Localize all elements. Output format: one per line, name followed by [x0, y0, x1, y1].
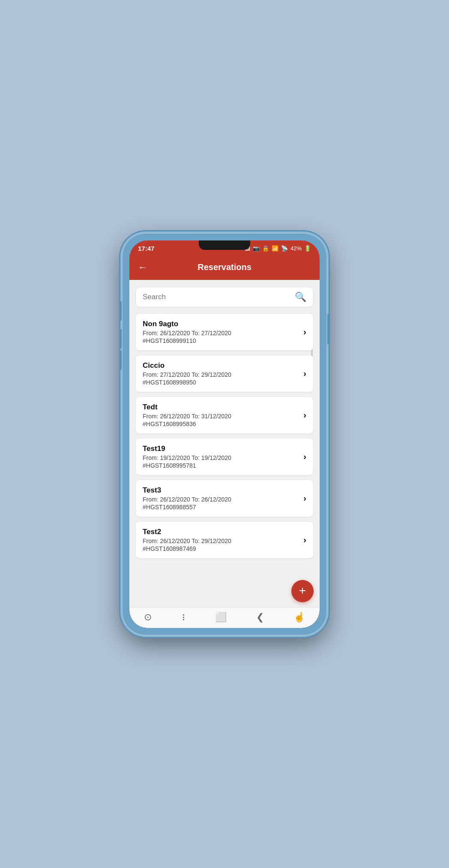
status-time: 17:47 [138, 245, 154, 252]
reservation-code: #HGST1608988557 [143, 504, 299, 511]
content-area: 🔍 Non 9agto From: 26/12/2020 To: 27/12/2… [129, 280, 320, 607]
phone-frame: 17:47 🖼 📷 🔒 📶 📡 42% 🔋 ← Reservations [122, 233, 327, 636]
phone-inner: 17:47 🖼 📷 🔒 📶 📡 42% 🔋 ← Reservations [129, 240, 320, 628]
menu-icon: ⫶ [181, 612, 186, 623]
reservation-dates: From: 26/12/2020 To: 29/12/2020 [143, 538, 299, 544]
reservation-code: #HGST1608987469 [143, 545, 299, 552]
reservation-name: Non 9agto [143, 320, 299, 328]
chevron-right-icon: › [303, 493, 306, 503]
list-item[interactable]: Non 9agto From: 26/12/2020 To: 27/12/202… [135, 313, 314, 351]
reservation-name: Test3 [143, 486, 299, 495]
chevron-right-icon: › [303, 327, 306, 337]
list-item[interactable]: Test2 From: 26/12/2020 To: 29/12/2020 #H… [135, 521, 314, 559]
card-info: Test3 From: 26/12/2020 To: 26/12/2020 #H… [143, 486, 299, 511]
list-area: Non 9agto From: 26/12/2020 To: 27/12/202… [135, 313, 314, 559]
lock-icon: 🔒 [262, 245, 269, 252]
card-info: Ciccio From: 27/12/2020 To: 29/12/2020 #… [143, 361, 299, 386]
chevron-left-icon: ❮ [256, 612, 264, 623]
chevron-right-icon: › [303, 452, 306, 462]
list-item[interactable]: Test19 From: 19/12/2020 To: 19/12/2020 #… [135, 438, 314, 475]
nav-menu[interactable]: ⫶ [177, 611, 190, 624]
add-reservation-button[interactable]: + [291, 580, 314, 602]
list-item[interactable]: Tedt From: 26/12/2020 To: 31/12/2020 #HG… [135, 396, 314, 434]
card-info: Non 9agto From: 26/12/2020 To: 27/12/202… [143, 320, 299, 344]
bottom-nav: ⊙ ⫶ ⬜ ❮ ☝ [129, 607, 320, 628]
reservation-code: #HGST1608999110 [143, 337, 299, 344]
nav-gesture[interactable]: ☝ [289, 611, 309, 624]
notch [199, 240, 250, 250]
gesture-icon: ☝ [293, 612, 305, 623]
reservation-name: Tedt [143, 403, 299, 411]
chevron-right-icon: › [303, 369, 306, 378]
status-icons: 🖼 📷 🔒 📶 📡 42% 🔋 [245, 245, 311, 252]
chevron-right-icon: › [303, 410, 306, 420]
card-info: Test19 From: 19/12/2020 To: 19/12/2020 #… [143, 445, 299, 469]
card-info: Test2 From: 26/12/2020 To: 29/12/2020 #H… [143, 528, 299, 552]
square-icon: ⬜ [215, 612, 227, 623]
reservation-name: Test2 [143, 528, 299, 536]
reservation-dates: From: 19/12/2020 To: 19/12/2020 [143, 454, 299, 461]
reservation-code: #HGST1608995781 [143, 462, 299, 469]
reservation-dates: From: 26/12/2020 To: 31/12/2020 [143, 413, 299, 420]
search-icon[interactable]: 🔍 [295, 291, 306, 303]
back-button[interactable]: ← [138, 261, 151, 274]
reservations-list: Non 9agto From: 26/12/2020 To: 27/12/202… [135, 313, 314, 559]
list-item[interactable]: Ciccio From: 27/12/2020 To: 29/12/2020 #… [135, 355, 314, 392]
search-input[interactable] [143, 293, 295, 301]
nav-back[interactable]: ❮ [252, 611, 268, 624]
reservation-dates: From: 27/12/2020 To: 29/12/2020 [143, 371, 299, 378]
screen: 17:47 🖼 📷 🔒 📶 📡 42% 🔋 ← Reservations [129, 240, 320, 628]
reservation-dates: From: 26/12/2020 To: 27/12/2020 [143, 330, 299, 336]
instagram-icon: 📷 [253, 245, 260, 252]
plus-icon: + [299, 585, 306, 597]
chevron-right-icon: › [303, 535, 306, 545]
battery-icon: 🔋 [304, 245, 311, 252]
search-bar[interactable]: 🔍 [135, 287, 314, 307]
app-header: ← Reservations [129, 256, 320, 280]
reservation-dates: From: 26/12/2020 To: 26/12/2020 [143, 496, 299, 503]
nav-home[interactable]: ⊙ [140, 611, 156, 624]
reservation-name: Ciccio [143, 361, 299, 370]
battery-label: 42% [290, 245, 302, 252]
reservation-name: Test19 [143, 445, 299, 453]
card-info: Tedt From: 26/12/2020 To: 31/12/2020 #HG… [143, 403, 299, 427]
reservation-code: #HGST1608995836 [143, 420, 299, 427]
home-icon: ⊙ [144, 612, 152, 623]
signal-icon: 📡 [281, 245, 288, 252]
list-item[interactable]: Test3 From: 26/12/2020 To: 26/12/2020 #H… [135, 480, 314, 517]
reservation-code: #HGST1608998950 [143, 379, 299, 386]
nav-square[interactable]: ⬜ [211, 611, 231, 624]
page-title: Reservations [151, 262, 298, 272]
wifi-icon: 📶 [272, 245, 278, 252]
